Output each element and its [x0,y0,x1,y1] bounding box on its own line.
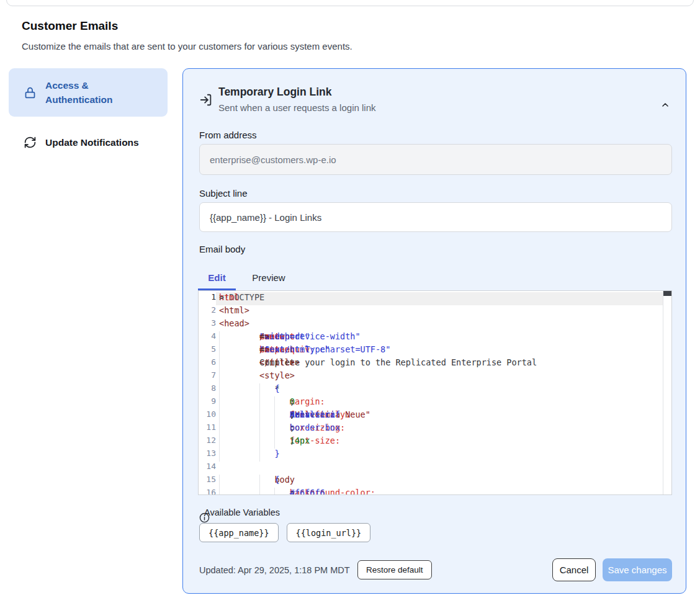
code-line: 3<head> [199,318,663,331]
variable-chips: {{app_name}} {{login_url}} [199,523,370,542]
line-number: 14 [199,462,216,475]
tab-edit[interactable]: Edit [198,267,236,287]
code-line: 5 <meta http-equiv="Content-Type" conten… [199,344,663,357]
editor-tabs: Edit Preview [198,267,288,287]
line-number: 9 [199,396,216,409]
code-line: 11 box-sizing: border-box; [199,422,663,436]
scrollbar-thumb[interactable] [663,291,671,296]
email-panel: Temporary Login Link Sent when a user re… [182,68,686,594]
code-line: 1<!DOCTYPE html> [199,292,663,305]
editor-scrollbar[interactable] [663,291,671,494]
code-line: 7 <style> [199,370,663,383]
sidebar-item-access-authentication[interactable]: Access & Authentication [9,68,168,117]
page-subtitle: Customize the emails that are sent to yo… [22,41,352,51]
subject-line-label: Subject line [199,188,248,199]
line-number: 1 [199,292,216,305]
restore-default-button[interactable]: Restore default [357,560,432,579]
code-line: 9 margin: 0; [199,396,663,409]
tab-preview[interactable]: Preview [249,267,288,287]
line-number: 2 [199,305,216,318]
code-editor[interactable]: 1<!DOCTYPE html>2<html>3<head>4 <meta na… [198,290,672,495]
sidebar-item-label: Update Notifications [45,135,139,150]
code-lines: 1<!DOCTYPE html>2<html>3<head>4 <meta na… [199,292,663,495]
collapse-button[interactable] [652,92,668,107]
code-line: 16 background-color: #f6f6f6; [199,488,663,495]
panel-subtitle: Sent when a user requests a login link [218,102,375,113]
save-changes-button[interactable]: Save changes [603,558,672,581]
variable-chip-app-name[interactable]: {{app_name}} [199,523,279,542]
line-number: 8 [199,383,216,396]
line-number: 4 [199,331,216,344]
line-number: 10 [199,409,216,422]
cancel-button[interactable]: Cancel [552,558,596,581]
code-line: 15 body { [199,475,663,488]
subject-line-input[interactable] [199,202,672,232]
line-number: 16 [199,488,216,495]
code-line: 14 [199,462,663,475]
code-line: 2<html> [199,305,663,318]
line-number: 5 [199,344,216,357]
panel-title: Temporary Login Link [218,86,331,99]
line-number: 6 [199,357,216,370]
code-line: 8 * { [199,383,663,396]
line-number: 3 [199,318,216,331]
sidebar-item-update-notifications[interactable]: Update Notifications [9,127,168,157]
available-variables-label: Available Variables [204,507,280,517]
available-variables-row: Available Variables [199,507,280,517]
page-title: Customer Emails [22,19,118,33]
code-line: 10 font-family: "Helvetica Neue", Helvet… [199,409,663,422]
lock-icon [24,86,37,99]
email-body-label: Email body [199,244,245,254]
line-number: 13 [199,449,216,462]
line-number: 12 [199,436,216,449]
refresh-icon [24,136,37,149]
line-number: 7 [199,370,216,383]
code-line: 12 font-size: 14px; [199,436,663,449]
sidebar-item-label: Access & Authentication [45,78,138,107]
from-address-input[interactable] [199,144,672,175]
line-number: 15 [199,475,216,488]
line-number: 11 [199,422,216,436]
code-line: 13 } [199,449,663,462]
code-line: 6 <title>Complete your login to the Repl… [199,357,663,370]
code-line: 4 <meta name="viewport" content="width=d… [199,331,663,344]
updated-timestamp: Updated: Apr 29, 2025, 1:18 PM MDT [199,565,350,575]
top-card-remnant [6,0,694,6]
from-address-label: From address [199,130,257,140]
variable-chip-login-url[interactable]: {{login_url}} [287,523,371,542]
